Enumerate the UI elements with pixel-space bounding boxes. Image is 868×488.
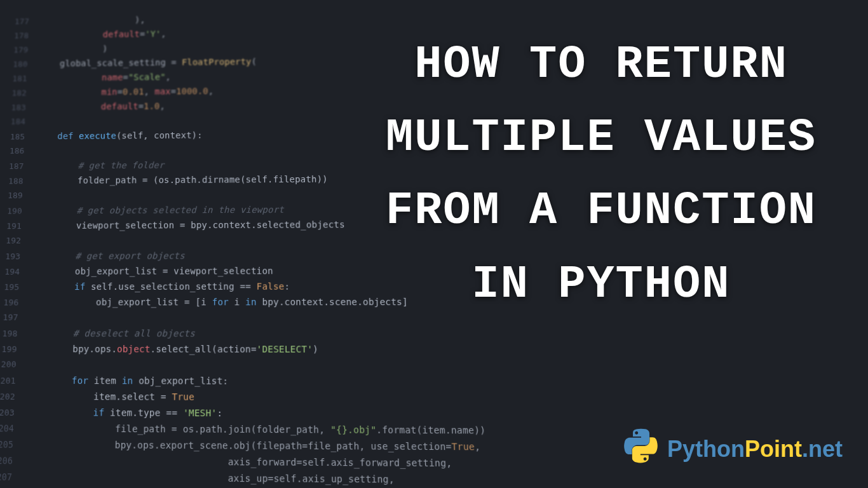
line-number: 205 [0, 439, 25, 450]
line-number: 200 [0, 359, 28, 369]
line-number: 198 [0, 329, 29, 338]
line-number: 194 [0, 267, 31, 276]
line-number: 206 [0, 456, 25, 466]
line-number: 186 [4, 146, 36, 156]
line-number: 201 [0, 376, 27, 386]
line-number: 188 [3, 176, 34, 186]
line-number: 202 [0, 391, 27, 402]
line-number: 183 [6, 103, 37, 112]
main-title: HOW TO RETURN MULTIPLE VALUES FROM A FUN… [353, 29, 849, 322]
line-number: 180 [8, 60, 39, 69]
line-number: 204 [0, 423, 26, 434]
line-number: 187 [4, 161, 35, 171]
line-number: 193 [0, 252, 32, 261]
line-number: 190 [2, 206, 34, 215]
line-number: 184 [6, 117, 37, 126]
line-number: 199 [0, 344, 29, 354]
line-number: 192 [1, 236, 32, 245]
python-icon [621, 428, 661, 470]
line-number: 177 [10, 17, 40, 25]
line-number: 178 [9, 31, 39, 41]
line-number: 207 [0, 471, 24, 482]
line-number: 195 [0, 282, 31, 292]
line-number: 191 [1, 221, 33, 231]
line-number: 197 [0, 313, 30, 322]
line-number: 196 [0, 297, 31, 307]
line-number: 189 [3, 191, 34, 200]
logo-text: PythonPoint.net [667, 436, 843, 463]
line-number: 181 [8, 74, 39, 83]
line-number: 179 [8, 45, 39, 55]
line-number: 182 [7, 88, 38, 98]
line-number: 185 [5, 132, 36, 142]
site-logo: PythonPoint.net [621, 428, 843, 470]
line-number: 203 [0, 407, 26, 417]
